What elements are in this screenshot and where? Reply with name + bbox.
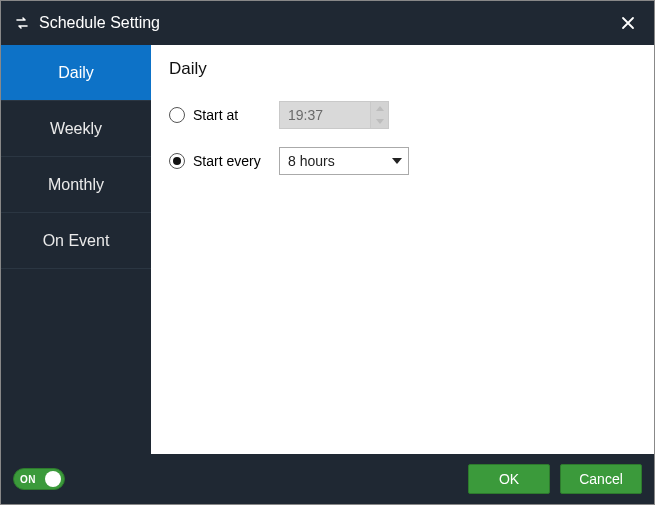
start-at-row: Start at 19:37 xyxy=(169,101,636,129)
tab-label: Monthly xyxy=(48,176,104,194)
sidebar: Daily Weekly Monthly On Event xyxy=(1,45,151,454)
start-every-row: Start every 8 hours xyxy=(169,147,636,175)
time-spin-up xyxy=(371,102,388,115)
chevron-up-icon xyxy=(376,106,384,111)
tab-on-event[interactable]: On Event xyxy=(1,213,151,269)
schedule-setting-dialog: Schedule Setting Daily Weekly Monthly On… xyxy=(0,0,655,505)
tab-monthly[interactable]: Monthly xyxy=(1,157,151,213)
tab-weekly[interactable]: Weekly xyxy=(1,101,151,157)
close-icon xyxy=(621,16,635,30)
tab-label: On Event xyxy=(43,232,110,250)
toggle-knob xyxy=(45,471,61,487)
start-every-radio[interactable] xyxy=(169,153,185,169)
ok-button-label: OK xyxy=(499,471,519,487)
cancel-button[interactable]: Cancel xyxy=(560,464,642,494)
enable-toggle[interactable]: ON xyxy=(13,468,65,490)
start-at-label: Start at xyxy=(193,107,271,123)
ok-button[interactable]: OK xyxy=(468,464,550,494)
chevron-down-icon xyxy=(376,119,384,124)
dialog-title: Schedule Setting xyxy=(39,14,614,32)
dialog-body: Daily Weekly Monthly On Event Daily Star… xyxy=(1,45,654,454)
time-spin-down xyxy=(371,115,388,128)
sync-icon xyxy=(13,14,31,32)
chevron-down-icon xyxy=(386,158,408,164)
toggle-label: ON xyxy=(20,474,36,485)
tab-label: Weekly xyxy=(50,120,102,138)
start-every-value: 8 hours xyxy=(280,153,386,169)
titlebar: Schedule Setting xyxy=(1,1,654,45)
start-at-time-input: 19:37 xyxy=(279,101,389,129)
start-at-radio[interactable] xyxy=(169,107,185,123)
time-spinners xyxy=(370,102,388,128)
start-every-select[interactable]: 8 hours xyxy=(279,147,409,175)
content-panel: Daily Start at 19:37 xyxy=(151,45,654,454)
tab-daily[interactable]: Daily xyxy=(1,45,151,101)
start-at-time-value: 19:37 xyxy=(280,107,370,123)
footer: ON OK Cancel xyxy=(1,454,654,504)
close-button[interactable] xyxy=(614,9,642,37)
panel-heading: Daily xyxy=(169,59,636,79)
start-every-label: Start every xyxy=(193,153,271,169)
tab-label: Daily xyxy=(58,64,94,82)
cancel-button-label: Cancel xyxy=(579,471,623,487)
